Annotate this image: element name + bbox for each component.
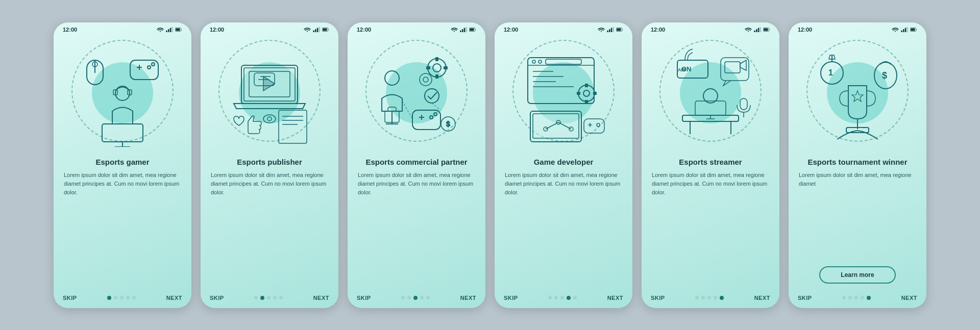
svg-point-88 [583,90,590,96]
svg-text:1: 1 [828,68,833,77]
battery-icon-5 [763,27,770,32]
svg-rect-50 [435,57,438,61]
svg-point-21 [307,31,308,32]
svg-rect-18 [102,124,143,142]
dot-3-2 [413,296,418,300]
next-btn-4[interactable]: NEXT [607,295,623,301]
nav-dots-4 [548,296,577,300]
svg-rect-42 [460,30,461,32]
dot-2-0 [254,296,258,299]
svg-rect-23 [315,29,316,32]
card-publisher: 12:00 [201,22,338,308]
illustration-commercial: $ [348,35,485,157]
dot-4-3 [567,296,571,300]
dot-1-1 [114,296,117,299]
svg-rect-22 [313,30,314,32]
illustration-tournament: 1 $ [789,35,926,157]
svg-point-41 [454,31,455,32]
svg-point-48 [428,59,446,77]
status-bar-6: 12:00 [789,22,926,35]
svg-rect-74 [611,28,612,32]
dot-2-3 [273,296,277,299]
time-5: 12:00 [651,27,665,33]
card-title-developer: Game developer [505,157,622,167]
nav-dots-5 [695,296,724,300]
time-4: 12:00 [504,27,518,33]
skip-btn-6[interactable]: SKIP [798,295,812,301]
skip-btn-5[interactable]: SKIP [651,295,665,301]
dot-2-1 [260,296,264,300]
dot-1-2 [120,296,124,299]
svg-point-66 [434,113,437,116]
wifi-icon-6 [892,27,899,32]
dot-6-1 [848,296,852,299]
svg-rect-52 [426,66,430,69]
svg-point-49 [433,64,441,72]
dot-6-0 [842,296,846,299]
status-icons-1 [157,27,182,32]
next-btn-6[interactable]: NEXT [901,295,917,301]
svg-point-55 [423,77,428,82]
svg-point-87 [578,85,595,101]
dot-5-3 [714,296,717,299]
svg-line-70 [432,103,440,110]
card-nav-6: SKIP NEXT [789,291,926,308]
card-title-tournament: Esports tournament winner [799,157,916,167]
card-content-streamer: Esports streamer Lorem ipsum dolor sit d… [642,157,779,291]
svg-point-56 [385,71,399,85]
svg-rect-45 [466,27,467,32]
tournament-icon-svg: 1 $ [812,45,903,147]
card-content-developer: Game developer Lorem ipsum dolor sit dim… [495,157,632,291]
skip-btn-2[interactable]: SKIP [210,295,224,301]
dot-4-0 [548,296,552,299]
svg-rect-24 [317,28,318,32]
svg-rect-43 [462,29,463,32]
battery-icon [175,27,182,32]
svg-rect-89 [585,84,588,87]
svg-point-81 [538,60,542,63]
wifi-icon-4 [598,27,605,32]
publisher-icon-svg [224,45,315,147]
nav-dots-2 [254,296,283,300]
status-icons-6 [892,27,917,32]
svg-point-126 [895,31,896,32]
svg-rect-73 [609,29,610,32]
nav-dots-3 [401,296,430,300]
svg-rect-128 [903,29,904,32]
svg-point-54 [420,73,432,86]
svg-marker-140 [852,91,863,101]
dot-1-3 [126,296,130,299]
svg-rect-100 [584,119,604,133]
card-title-publisher: Esports publisher [211,157,328,167]
learn-more-button[interactable]: Learn more [819,266,896,284]
card-gamer: 12:00 [54,22,191,308]
commercial-icon-svg: $ [371,45,462,147]
dot-4-2 [560,296,564,299]
status-icons-5 [745,27,770,32]
skip-btn-1[interactable]: SKIP [63,295,77,301]
card-title-streamer: Esports streamer [652,157,769,167]
signal-icon-3 [460,27,467,32]
dot-1-4 [132,296,136,299]
svg-point-10 [148,66,151,69]
illustration-gamer [54,35,191,157]
dot-4-1 [554,296,558,299]
svg-rect-92 [593,92,597,95]
svg-rect-105 [754,30,755,32]
next-btn-1[interactable]: NEXT [166,295,182,301]
next-btn-2[interactable]: NEXT [313,295,329,301]
next-btn-3[interactable]: NEXT [460,295,476,301]
svg-rect-75 [613,27,614,32]
svg-point-40 [267,117,272,121]
skip-btn-4[interactable]: SKIP [504,295,518,301]
card-desc-tournament: Lorem ipsum dolor sit dim amet, mea regi… [799,171,916,262]
card-nav-3: SKIP NEXT [348,291,485,308]
next-btn-5[interactable]: NEXT [754,295,770,301]
gamer-icon-svg [77,45,168,147]
dot-3-3 [420,296,424,299]
battery-icon-4 [616,27,623,32]
dot-6-4 [867,296,871,300]
skip-btn-3[interactable]: SKIP [357,295,371,301]
svg-point-71 [601,31,602,32]
card-tournament: 12:00 1 $ [789,22,926,308]
